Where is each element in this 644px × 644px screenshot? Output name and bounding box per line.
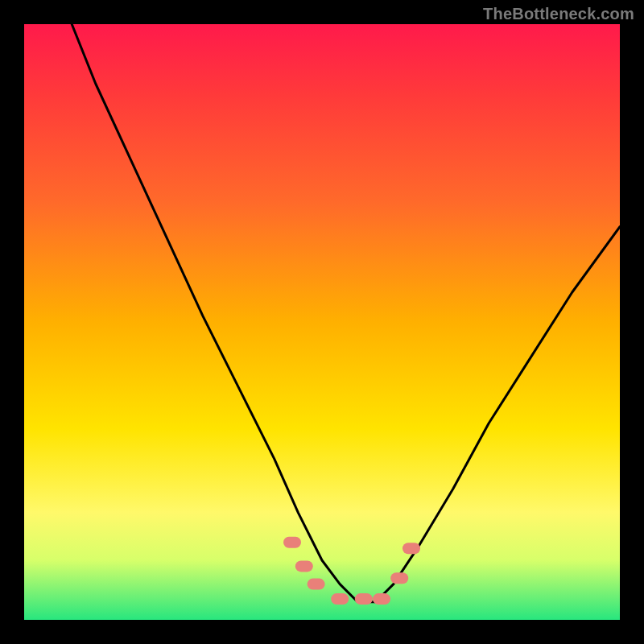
curve-marker [331, 593, 349, 605]
curve-marker [355, 593, 373, 605]
bottleneck-chart-svg [24, 24, 620, 620]
curve-marker [308, 579, 325, 590]
watermark-text: TheBottleneck.com [483, 5, 634, 23]
curve-marker [402, 543, 420, 554]
curve-marker [295, 560, 313, 572]
chart-frame: TheBottleneck.com [0, 0, 644, 644]
curve-marker [390, 572, 408, 584]
bottleneck-curve [72, 24, 620, 602]
curve-marker [283, 537, 301, 548]
plot-area [24, 24, 620, 620]
curve-marker [373, 593, 390, 605]
